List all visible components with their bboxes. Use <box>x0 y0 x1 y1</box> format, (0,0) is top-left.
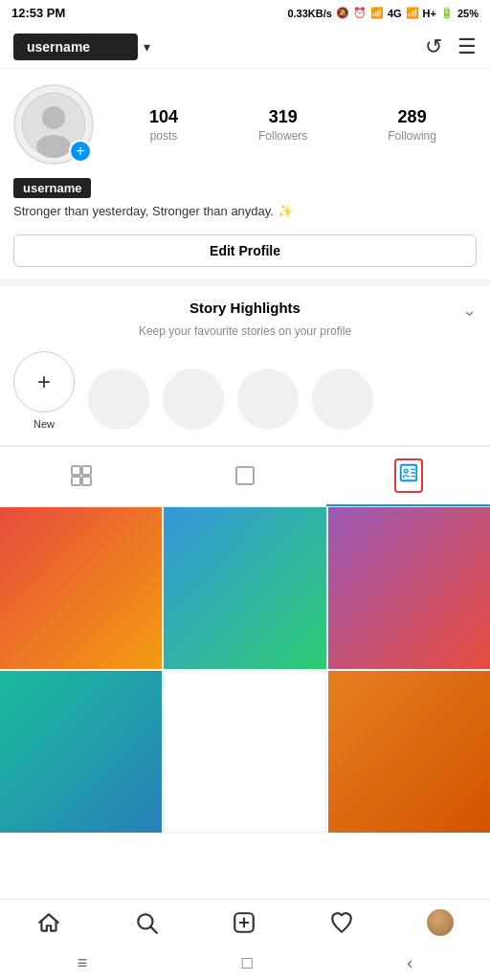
network-speed: 0.33KB/s <box>287 8 331 19</box>
tab-grid[interactable] <box>0 447 164 506</box>
highlights-title: Story Highlights <box>167 300 322 316</box>
highlight-3[interactable] <box>237 368 299 430</box>
highlights-header: Story Highlights ⌄ <box>13 300 477 321</box>
alarm-icon: 🔕 <box>336 7 349 19</box>
post-cell-2[interactable] <box>164 507 325 669</box>
highlight-1[interactable] <box>88 368 149 430</box>
avatar-add-button[interactable]: + <box>69 140 92 163</box>
followers-stat[interactable]: 319 Followers <box>258 107 307 143</box>
bio-section: username Stronger than yesterday, Strong… <box>0 172 490 234</box>
posts-label: posts <box>150 129 178 143</box>
nav-profile[interactable] <box>427 909 454 936</box>
highlights-subtitle: Keep your favourite stories on your prof… <box>13 324 477 338</box>
highlight-new[interactable]: + New <box>13 351 75 430</box>
highlights-row: + New <box>13 351 477 437</box>
highlight-circle-4[interactable] <box>312 368 373 430</box>
posts-count: 104 <box>149 107 178 127</box>
nav-search[interactable] <box>134 910 159 935</box>
profile-header: + 104 posts 319 Followers 289 Following <box>0 69 490 172</box>
post-cell-3[interactable] <box>328 507 490 669</box>
bottom-nav <box>0 899 490 946</box>
carrier2-label: H+ <box>423 8 436 19</box>
post-tabs <box>0 446 490 507</box>
story-highlights: Story Highlights ⌄ Keep your favourite s… <box>0 286 490 445</box>
svg-rect-6 <box>82 477 91 485</box>
battery-percent: 25% <box>457 8 479 19</box>
status-time: 12:53 PM <box>11 6 65 20</box>
edit-profile-button[interactable]: Edit Profile <box>13 234 477 267</box>
nav-heart[interactable] <box>329 910 354 935</box>
svg-rect-3 <box>72 466 80 475</box>
highlight-circle-1[interactable] <box>88 368 149 430</box>
top-nav-right: ↺ ☰ <box>425 34 477 59</box>
android-back-icon[interactable]: ‹ <box>407 953 412 973</box>
svg-rect-5 <box>72 477 80 485</box>
new-highlight-circle[interactable]: + <box>13 351 75 412</box>
avatar-container: + <box>13 84 94 165</box>
post-grid <box>0 507 490 834</box>
tagged-highlight-box <box>394 458 423 493</box>
clock-icon: ⏰ <box>353 7 367 19</box>
bio-text: Stronger than yesterday, Stronger than a… <box>13 202 477 221</box>
new-highlight-label: New <box>33 418 55 430</box>
status-bar: 12:53 PM 0.33KB/s 🔕 ⏰ 📶 4G 📶 H+ 🔋 25% <box>0 0 490 26</box>
new-highlight-plus-icon: + <box>37 368 51 395</box>
post-cell-4[interactable] <box>0 671 162 833</box>
battery-icon: 🔋 <box>440 7 454 19</box>
menu-icon[interactable]: ☰ <box>457 34 477 59</box>
signal-icon: 📶 <box>370 7 384 19</box>
profile-stats: 104 posts 319 Followers 289 Following <box>109 107 477 143</box>
highlights-collapse-icon[interactable]: ⌄ <box>462 300 477 321</box>
android-nav: ≡ □ ‹ <box>0 946 490 980</box>
following-stat[interactable]: 289 Following <box>388 107 436 143</box>
post-cell-6[interactable] <box>328 671 490 833</box>
plus-icon: + <box>76 144 84 159</box>
followers-label: Followers <box>258 129 307 143</box>
highlight-circle-3[interactable] <box>237 368 299 430</box>
section-divider <box>0 278 490 286</box>
top-nav-left: username ▾ <box>13 33 150 60</box>
posts-stat: 104 posts <box>149 107 178 143</box>
top-nav: username ▾ ↺ ☰ <box>0 26 490 69</box>
svg-point-2 <box>36 135 71 158</box>
highlight-2[interactable] <box>163 368 224 430</box>
tab-tagged[interactable] <box>326 447 490 506</box>
svg-rect-4 <box>82 466 91 475</box>
post-cell-5[interactable] <box>164 671 325 833</box>
status-right: 0.33KB/s 🔕 ⏰ 📶 4G 📶 H+ 🔋 25% <box>287 7 479 19</box>
username-text: username <box>27 39 90 55</box>
svg-line-14 <box>151 927 157 933</box>
nav-add[interactable] <box>232 910 256 935</box>
svg-rect-7 <box>236 467 254 484</box>
profile-thumbnail <box>427 909 454 936</box>
android-home-icon[interactable]: □ <box>242 953 253 973</box>
highlight-circle-2[interactable] <box>163 368 224 430</box>
history-icon[interactable]: ↺ <box>425 34 442 59</box>
android-menu-icon[interactable]: ≡ <box>78 953 88 973</box>
following-count: 289 <box>398 107 427 127</box>
followers-count: 319 <box>269 107 298 127</box>
nav-home[interactable] <box>36 910 61 935</box>
profile-name: username <box>13 178 91 198</box>
svg-point-9 <box>404 469 408 473</box>
carrier-label: 4G <box>388 8 402 19</box>
signal2-icon: 📶 <box>406 7 419 19</box>
svg-point-1 <box>42 106 65 129</box>
tab-post[interactable] <box>164 447 327 506</box>
chevron-down-icon[interactable]: ▾ <box>144 39 150 55</box>
highlight-4[interactable] <box>312 368 373 430</box>
following-label: Following <box>388 129 436 143</box>
post-cell-1[interactable] <box>0 507 162 669</box>
username-box[interactable]: username <box>13 33 138 60</box>
